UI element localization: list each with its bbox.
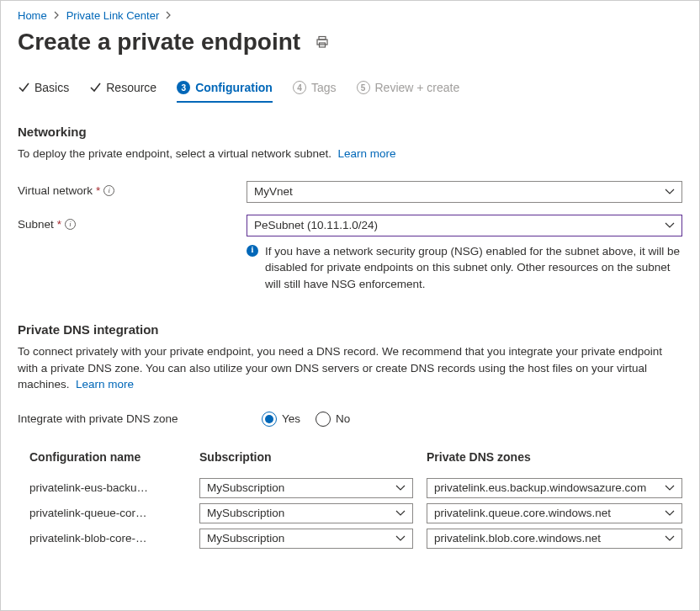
- breadcrumb-home[interactable]: Home: [18, 9, 47, 22]
- subscription-select[interactable]: MySubscription: [199, 529, 413, 549]
- dns-zone-select[interactable]: privatelink.eus.backup.windowsazure.com: [427, 478, 682, 498]
- table-row: privatelink-queue-cor… MySubscription pr…: [29, 501, 682, 526]
- breadcrumb: Home Private Link Center: [18, 8, 682, 25]
- tab-basics[interactable]: Basics: [18, 81, 69, 103]
- dns-zone-select[interactable]: privatelink.queue.core.windows.net: [427, 503, 682, 523]
- subscription-select[interactable]: MySubscription: [199, 503, 413, 523]
- breadcrumb-private-link-center[interactable]: Private Link Center: [66, 9, 160, 22]
- chevron-down-icon: [395, 485, 406, 491]
- networking-description: To deploy the private endpoint, select a…: [18, 146, 682, 162]
- col-subscription: Subscription: [199, 450, 413, 464]
- integrate-yes-radio[interactable]: Yes: [262, 412, 300, 427]
- page-title: Create a private endpoint: [18, 29, 300, 56]
- chevron-down-icon: [395, 510, 406, 517]
- checkmark-icon: [18, 82, 29, 93]
- chevron-down-icon: [665, 485, 675, 491]
- table-row: privatelink-eus-backu… MySubscription pr…: [29, 476, 682, 501]
- radio-unselected-icon: [316, 412, 331, 427]
- dns-zone-select[interactable]: privatelink.blob.core.windows.net: [427, 529, 682, 549]
- print-icon[interactable]: [316, 35, 329, 49]
- col-config-name: Configuration name: [29, 450, 186, 464]
- chevron-down-icon: [665, 222, 675, 229]
- step-number-icon: 3: [177, 81, 190, 94]
- subnet-select[interactable]: PeSubnet (10.11.1.0/24): [247, 215, 682, 236]
- svg-rect-1: [317, 40, 327, 45]
- step-number-icon: 5: [357, 81, 370, 94]
- required-icon: *: [57, 218, 61, 231]
- subscription-select[interactable]: MySubscription: [199, 478, 413, 498]
- wizard-tabs: Basics Resource 3 Configuration 4 Tags 5…: [18, 81, 682, 103]
- learn-more-dns[interactable]: Learn more: [76, 378, 134, 391]
- integrate-no-radio[interactable]: No: [316, 412, 350, 427]
- chevron-down-icon: [395, 535, 406, 542]
- chevron-down-icon: [665, 189, 675, 195]
- learn-more-networking[interactable]: Learn more: [338, 147, 396, 160]
- required-icon: *: [96, 184, 100, 197]
- info-icon[interactable]: i: [65, 219, 76, 230]
- virtual-network-label: Virtual network * i: [18, 181, 247, 197]
- dns-zones-table: Configuration name Subscription Private …: [18, 450, 682, 551]
- col-dns-zones: Private DNS zones: [427, 450, 682, 464]
- chevron-right-icon: [54, 11, 60, 21]
- tab-configuration[interactable]: 3 Configuration: [177, 81, 273, 103]
- table-row: privatelink-blob-core-… MySubscription p…: [29, 526, 682, 551]
- subnet-label: Subnet * i: [18, 215, 247, 231]
- networking-heading: Networking: [18, 125, 682, 139]
- tab-tags[interactable]: 4 Tags: [293, 81, 337, 103]
- chevron-down-icon: [665, 510, 675, 517]
- virtual-network-select[interactable]: MyVnet: [247, 181, 682, 203]
- integrate-dns-row: Integrate with private DNS zone Yes No: [18, 412, 682, 427]
- checkmark-icon: [89, 82, 101, 93]
- tab-review-create[interactable]: 5 Review + create: [357, 81, 460, 103]
- integrate-dns-label: Integrate with private DNS zone: [18, 412, 262, 425]
- subnet-row: Subnet * i PeSubnet (10.11.1.0/24) i If …: [18, 215, 682, 293]
- config-name: privatelink-eus-backu…: [29, 481, 186, 494]
- info-icon: i: [247, 245, 258, 257]
- tab-resource[interactable]: Resource: [89, 81, 156, 103]
- virtual-network-row: Virtual network * i MyVnet: [18, 181, 682, 203]
- nsg-info-message: i If you have a network security group (…: [247, 243, 682, 293]
- info-icon[interactable]: i: [103, 185, 114, 196]
- chevron-down-icon: [665, 535, 675, 542]
- config-name: privatelink-queue-cor…: [29, 507, 186, 519]
- chevron-right-icon: [166, 11, 172, 21]
- dns-heading: Private DNS integration: [18, 322, 682, 337]
- config-name: privatelink-blob-core-…: [29, 532, 186, 545]
- dns-description: To connect privately with your private e…: [18, 343, 682, 393]
- radio-selected-icon: [262, 412, 277, 427]
- step-number-icon: 4: [293, 81, 306, 94]
